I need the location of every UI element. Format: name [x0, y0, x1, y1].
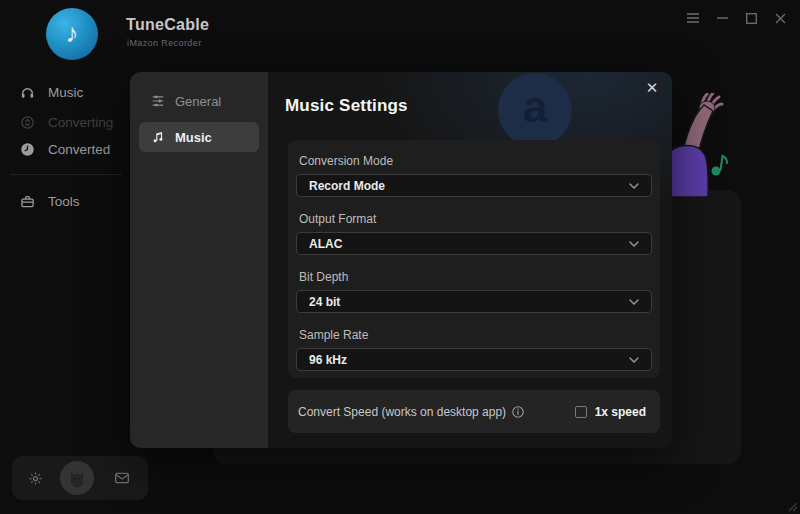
close-icon[interactable]: [772, 10, 788, 26]
music-settings-form: Conversion Mode Record Mode Output Forma…: [288, 140, 660, 378]
sidebar-item-converted[interactable]: Converted: [20, 137, 110, 161]
toolbox-icon: [20, 194, 35, 209]
select-value: Record Mode: [309, 179, 385, 193]
app-subtitle: iMazon Recorder: [127, 38, 202, 48]
user-avatar[interactable]: [60, 461, 94, 495]
sidebar-divider: [10, 174, 122, 175]
field-label: Bit Depth: [296, 270, 652, 284]
app-logo: ♪: [46, 8, 98, 60]
tab-label: General: [175, 94, 221, 109]
select-value: ALAC: [309, 237, 342, 251]
sidebar-item-label: Tools: [48, 194, 80, 209]
tab-general[interactable]: General: [139, 86, 259, 116]
app-title: TuneCable: [126, 16, 209, 34]
output-format-select[interactable]: ALAC: [296, 232, 652, 255]
info-icon[interactable]: [512, 406, 524, 418]
sidebar-item-music[interactable]: Music: [20, 80, 83, 104]
music-note-logo-icon: ♪: [66, 20, 79, 46]
window-controls: [685, 10, 788, 26]
conversion-mode-select[interactable]: Record Mode: [296, 174, 652, 197]
dialog-title: Music Settings: [285, 96, 408, 116]
field-label: Sample Rate: [296, 328, 652, 342]
bit-depth-select[interactable]: 24 bit: [296, 290, 652, 313]
field-output-format: Output Format ALAC: [296, 212, 652, 255]
dialog-tab-panel: General Music: [130, 72, 268, 448]
minimize-icon[interactable]: [714, 10, 730, 26]
field-conversion-mode: Conversion Mode Record Mode: [296, 154, 652, 197]
settings-dialog: a General: [130, 72, 672, 448]
sidebar-item-converting[interactable]: Converting: [20, 110, 113, 134]
speed-checkbox-label: 1x speed: [595, 405, 646, 419]
tab-label: Music: [175, 130, 212, 145]
sample-rate-select[interactable]: 96 kHz: [296, 348, 652, 371]
select-value: 96 kHz: [309, 353, 347, 367]
feedback-mail-icon[interactable]: [114, 470, 130, 486]
dialog-close-icon[interactable]: ✕: [642, 78, 662, 98]
tab-music[interactable]: Music: [139, 122, 259, 152]
select-value: 24 bit: [309, 295, 340, 309]
amazon-a-icon: a: [523, 85, 547, 129]
field-label: Output Format: [296, 212, 652, 226]
sidebar-item-label: Converting: [48, 115, 113, 130]
settings-gear-icon[interactable]: [27, 470, 43, 486]
sliders-icon: [151, 94, 165, 108]
chevron-down-icon: [629, 357, 639, 363]
menu-icon[interactable]: [685, 10, 701, 26]
app-window: ♪ TuneCable iMazon Recorder Music: [0, 0, 800, 514]
resize-grip[interactable]: [786, 500, 798, 512]
chevron-down-icon: [629, 299, 639, 305]
sidebar-item-label: Music: [48, 85, 83, 100]
maximize-icon[interactable]: [743, 10, 759, 26]
clock-icon: [20, 142, 35, 157]
waving-person-illustration: [663, 93, 751, 197]
field-sample-rate: Sample Rate 96 kHz: [296, 328, 652, 371]
convert-speed-label: Convert Speed (works on desktop app): [298, 405, 506, 419]
chevron-down-icon: [629, 241, 639, 247]
sidebar-item-tools[interactable]: Tools: [20, 189, 80, 213]
cat-avatar-icon: [66, 467, 88, 489]
sync-icon: [20, 115, 35, 130]
convert-speed-row: Convert Speed (works on desktop app) 1x …: [288, 390, 660, 433]
sidebar-item-label: Converted: [48, 142, 110, 157]
music-note-icon: [151, 130, 165, 144]
headphones-icon: [20, 85, 35, 100]
amazon-music-badge: a: [498, 73, 572, 147]
speed-checkbox[interactable]: [575, 406, 587, 418]
chevron-down-icon: [629, 183, 639, 189]
field-bit-depth: Bit Depth 24 bit: [296, 270, 652, 313]
field-label: Conversion Mode: [296, 154, 652, 168]
